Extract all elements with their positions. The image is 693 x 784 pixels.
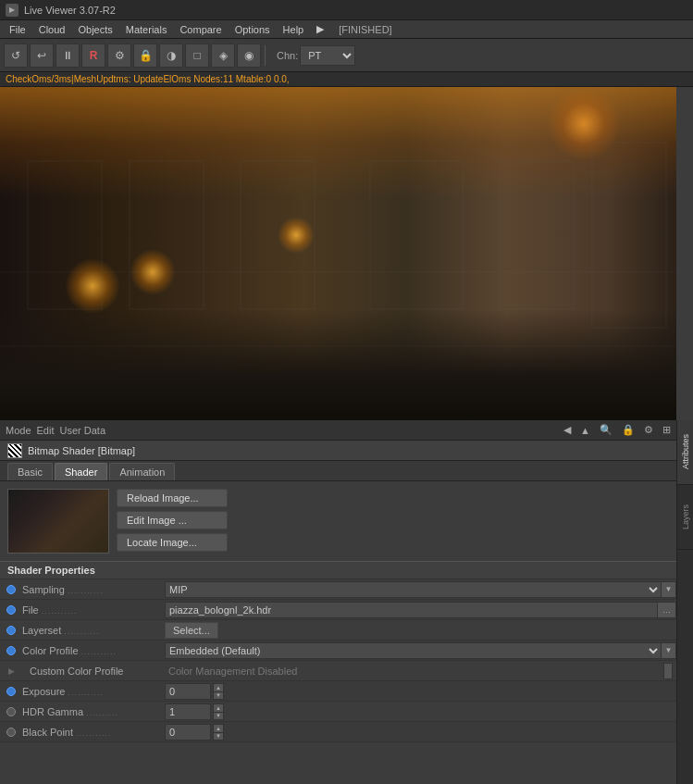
file-enable[interactable] xyxy=(4,603,19,617)
hdr-gamma-radio[interactable] xyxy=(6,707,16,716)
hdr-gamma-value: ▲ ▼ xyxy=(165,703,676,720)
exposure-down[interactable]: ▼ xyxy=(213,691,224,700)
panel-settings-icon[interactable]: ⚙ xyxy=(644,424,653,436)
shader-title: Bitmap Shader [Bitmap] xyxy=(28,445,135,456)
panel-nav-left[interactable]: ◀ xyxy=(563,424,571,436)
title-bar: ▶ Live Viewer 3.07-R2 xyxy=(0,0,693,20)
status-finished: [FINISHED] xyxy=(339,24,391,35)
svg-rect-5 xyxy=(370,161,463,309)
sampling-radio[interactable] xyxy=(6,585,16,594)
row-hdr-gamma: HDR Gamma .......... ▲ ▼ xyxy=(0,702,676,722)
black-point-radio[interactable] xyxy=(6,728,16,737)
hdr-gamma-enable[interactable] xyxy=(4,704,19,719)
exposure-value: ▲ ▼ xyxy=(165,683,676,700)
color-profile-radio[interactable] xyxy=(6,646,16,655)
chn-select[interactable]: PT RGB Alpha xyxy=(300,45,355,66)
tool-lock[interactable]: 🔒 xyxy=(133,44,157,68)
image-buttons: Reload Image... Edit Image ... Locate Im… xyxy=(117,489,228,552)
scroll-container: Reload Image... Edit Image ... Locate Im… xyxy=(0,481,676,784)
scene-details xyxy=(0,87,676,420)
sidebar-tab-attributes[interactable]: Attributes xyxy=(677,420,693,485)
color-profile-enable[interactable] xyxy=(4,643,19,658)
color-profile-select[interactable]: Embedded (Default) sRGB Linear xyxy=(165,642,662,659)
black-point-arrows: ▲ ▼ xyxy=(213,724,224,740)
panel-expand-icon[interactable]: ⊞ xyxy=(662,424,671,436)
black-point-spinner: ▲ ▼ xyxy=(165,724,224,740)
render-scene xyxy=(0,87,676,420)
tool-display[interactable]: ◑ xyxy=(159,44,183,68)
black-point-input[interactable] xyxy=(165,724,211,740)
tabs-container: Basic Shader Animation xyxy=(0,461,676,481)
tool-pin1[interactable]: ◈ xyxy=(211,44,235,68)
chn-label: Chn: xyxy=(277,50,298,61)
color-profile-label: Color Profile ........... xyxy=(19,645,165,656)
menu-cloud[interactable]: Cloud xyxy=(33,22,71,37)
app-icon: ▶ xyxy=(6,4,19,17)
edit-image-button[interactable]: Edit Image ... xyxy=(117,511,228,529)
menu-file[interactable]: File xyxy=(4,22,31,37)
reload-image-button[interactable]: Reload Image... xyxy=(117,489,228,507)
layerset-enable[interactable] xyxy=(4,623,19,638)
properties-panel: Mode Edit User Data ◀ ▲ 🔍 🔒 ⚙ ⊞ Bitmap S… xyxy=(0,420,676,784)
row-sampling: Sampling ........... MIP None SAT ▼ xyxy=(0,579,676,600)
row-custom-color-profile: ▶ Custom Color Profile Color Management … xyxy=(0,661,676,681)
hdr-gamma-down[interactable]: ▼ xyxy=(213,712,224,720)
tool-reset[interactable]: ↺ xyxy=(4,44,28,68)
menu-help[interactable]: Help xyxy=(278,22,310,37)
layerset-select-button[interactable]: Select... xyxy=(165,622,218,639)
menu-compare[interactable]: Compare xyxy=(174,22,227,37)
exposure-input[interactable] xyxy=(165,683,211,700)
shader-icon xyxy=(7,443,22,458)
exposure-up[interactable]: ▲ xyxy=(213,683,224,691)
color-profile-dropdown-arrow[interactable]: ▼ xyxy=(662,642,676,659)
exposure-spinner: ▲ ▼ xyxy=(165,683,224,700)
panel-userdata[interactable]: User Data xyxy=(60,425,106,436)
tool-pin2[interactable]: ◉ xyxy=(237,44,261,68)
hdr-gamma-spinner: ▲ ▼ xyxy=(165,703,224,720)
panel-lock-icon[interactable]: 🔒 xyxy=(622,424,635,436)
exposure-enable[interactable] xyxy=(4,684,19,699)
file-input[interactable] xyxy=(165,602,658,618)
hdr-gamma-up[interactable]: ▲ xyxy=(213,703,224,712)
file-browse-button[interactable]: … xyxy=(658,602,676,618)
tool-region[interactable]: □ xyxy=(185,44,209,68)
tab-basic[interactable]: Basic xyxy=(7,463,53,480)
tool-pause[interactable]: ⏸ xyxy=(56,44,80,68)
tool-render[interactable]: R xyxy=(81,44,105,68)
color-profile-value: Embedded (Default) sRGB Linear ▼ xyxy=(165,642,676,659)
panel-search[interactable]: 🔍 xyxy=(600,424,613,436)
tool-undo[interactable]: ↩ xyxy=(30,44,54,68)
viewport[interactable] xyxy=(0,87,676,420)
tab-animation[interactable]: Animation xyxy=(109,463,175,480)
sidebar-tab-layers[interactable]: Layers xyxy=(677,485,693,550)
tab-shader[interactable]: Shader xyxy=(55,463,107,480)
sampling-dropdown-arrow[interactable]: ▼ xyxy=(662,581,676,598)
layerset-label: Layerset ........... xyxy=(19,625,165,636)
custom-cp-text: Color Management Disabled xyxy=(165,666,663,677)
locate-image-button[interactable]: Locate Image... xyxy=(117,533,228,552)
scroll-inner[interactable]: Reload Image... Edit Image ... Locate Im… xyxy=(0,481,676,784)
layerset-value: Select... xyxy=(165,622,676,639)
black-point-up[interactable]: ▲ xyxy=(213,724,224,732)
hdr-gamma-input[interactable] xyxy=(165,703,211,720)
row-color-profile: Color Profile ........... Embedded (Defa… xyxy=(0,641,676,661)
exposure-radio[interactable] xyxy=(6,687,16,696)
sampling-enable[interactable] xyxy=(4,582,19,597)
row-exposure: Exposure ........... ▲ ▼ xyxy=(0,681,676,702)
menu-objects[interactable]: Objects xyxy=(72,22,118,37)
exposure-arrows: ▲ ▼ xyxy=(213,683,224,700)
file-radio[interactable] xyxy=(6,605,16,615)
tool-settings[interactable]: ⚙ xyxy=(107,44,131,68)
panel-mode[interactable]: Mode xyxy=(6,425,31,436)
black-point-down[interactable]: ▼ xyxy=(213,732,224,740)
svg-rect-7 xyxy=(592,143,666,328)
panel-edit[interactable]: Edit xyxy=(37,425,55,436)
panel-nav-up[interactable]: ▲ xyxy=(580,425,590,436)
svg-rect-2 xyxy=(28,161,102,309)
black-point-enable[interactable] xyxy=(4,725,19,740)
menu-materials[interactable]: Materials xyxy=(120,22,173,37)
menu-options[interactable]: Options xyxy=(229,22,276,37)
sampling-select[interactable]: MIP None SAT xyxy=(165,581,662,598)
row-layerset: Layerset ........... Select... xyxy=(0,620,676,641)
layerset-radio[interactable] xyxy=(6,626,16,635)
